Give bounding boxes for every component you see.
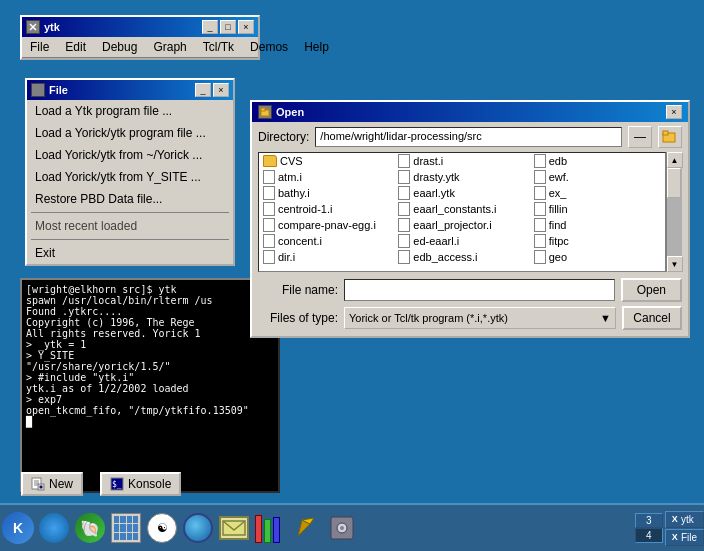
- new-icon: [31, 477, 45, 491]
- taskbar-grid-icon[interactable]: [108, 510, 144, 546]
- file-item-eaarl-const[interactable]: eaarl_constants.i: [394, 201, 529, 217]
- ytk-close-btn[interactable]: ×: [238, 20, 254, 34]
- taskbar-email-icon[interactable]: [216, 510, 252, 546]
- file-item-ed-eaarl[interactable]: ed-eaarl.i: [394, 233, 529, 249]
- ytk-minimize-btn[interactable]: _: [202, 20, 218, 34]
- new-button[interactable]: New: [21, 472, 83, 496]
- filetype-select[interactable]: Yorick or Tcl/tk program (*.i,*.ytk) ▼: [344, 307, 616, 329]
- desktop-3-btn[interactable]: 3: [635, 513, 663, 528]
- menu-help[interactable]: Help: [300, 39, 333, 55]
- menu-edit[interactable]: Edit: [61, 39, 90, 55]
- terminal-window: [wright@elkhorn src]$ ytk spawn /usr/loc…: [20, 278, 280, 493]
- file-item-dir[interactable]: dir.i: [259, 249, 394, 265]
- filetype-row: Files of type: Yorick or Tcl/tk program …: [258, 306, 682, 330]
- file-menu-sep2: [31, 239, 229, 240]
- taskbar-life-icon[interactable]: ☯: [144, 510, 180, 546]
- filetype-label: Files of type:: [258, 311, 338, 325]
- scroll-down-btn[interactable]: ▼: [667, 256, 683, 272]
- desktop-4-btn[interactable]: 4: [635, 528, 663, 543]
- open-dialog-close[interactable]: ×: [666, 105, 682, 119]
- ytk-maximize-btn[interactable]: □: [220, 20, 236, 34]
- open-dialog-titlebar: Open ×: [252, 102, 688, 122]
- doc-icon: [263, 218, 275, 232]
- scroll-up-btn[interactable]: ▲: [667, 152, 683, 168]
- file-item-centroid[interactable]: centroid-1.i: [259, 201, 394, 217]
- file-list-scrollbar[interactable]: ▲ ▼: [666, 152, 682, 272]
- books-icon: [255, 513, 285, 543]
- file-recent-label: Most recent loaded: [27, 215, 233, 237]
- taskbar-books-icon[interactable]: [252, 510, 288, 546]
- terminal-content: [wright@elkhorn src]$ ytk spawn /usr/loc…: [22, 280, 278, 483]
- file-item-geo[interactable]: geo: [530, 249, 665, 265]
- taskbar-ytk-btn[interactable]: X ytk: [665, 511, 704, 528]
- file-item-find[interactable]: find: [530, 217, 665, 233]
- menu-demos[interactable]: Demos: [246, 39, 292, 55]
- file-exit[interactable]: Exit: [27, 242, 233, 264]
- menu-file[interactable]: File: [26, 39, 53, 55]
- doc-icon: [534, 186, 546, 200]
- file-item-eaarl-proj[interactable]: eaarl_projector.i: [394, 217, 529, 233]
- menu-debug[interactable]: Debug: [98, 39, 141, 55]
- file-dropdown-minimize[interactable]: _: [195, 83, 211, 97]
- directory-path[interactable]: /home/wright/lidar-processing/src: [315, 127, 622, 147]
- taskbar-earth-icon[interactable]: [180, 510, 216, 546]
- ytk-title: ytk: [44, 21, 60, 33]
- taskbar-ytk-label: ytk: [681, 514, 694, 525]
- menu-graph[interactable]: Graph: [149, 39, 190, 55]
- file-item-drasty[interactable]: drasty.ytk: [394, 169, 529, 185]
- file-item-edb-access[interactable]: edb_access.i: [394, 249, 529, 265]
- file-item-eaarl-ytk[interactable]: eaarl.ytk: [394, 185, 529, 201]
- file-load-from-site[interactable]: Load Yorick/ytk from Y_SITE ...: [27, 166, 233, 188]
- konsole-button[interactable]: $_ Konsole: [100, 472, 181, 496]
- path-browse-btn[interactable]: [658, 126, 682, 148]
- file-item-drast[interactable]: drast.i: [394, 153, 529, 169]
- doc-icon: [263, 234, 275, 248]
- file-item-cvs[interactable]: CVS: [259, 153, 394, 169]
- file-load-ytk[interactable]: Load a Ytk program file ...: [27, 100, 233, 122]
- filename-input[interactable]: [344, 279, 615, 301]
- svg-text:$_: $_: [112, 480, 122, 489]
- doc-icon: [398, 234, 410, 248]
- file-restore-pbd[interactable]: Restore PBD Data file...: [27, 188, 233, 210]
- open-button[interactable]: Open: [621, 278, 682, 302]
- file-dropdown-close[interactable]: ×: [213, 83, 229, 97]
- path-up-btn[interactable]: —: [628, 126, 652, 148]
- file-item-fillin[interactable]: fillin: [530, 201, 665, 217]
- globe-icon: [39, 513, 69, 543]
- file-item-ewf[interactable]: ewf.: [530, 169, 665, 185]
- kde-start-button[interactable]: K: [0, 510, 36, 546]
- doc-icon: [263, 250, 275, 264]
- file-item-compare[interactable]: compare-pnav-egg.i: [259, 217, 394, 233]
- cancel-button[interactable]: Cancel: [622, 306, 682, 330]
- filename-row: File name: Open: [258, 278, 682, 302]
- scroll-thumb[interactable]: [667, 168, 681, 198]
- menu-tcltk[interactable]: Tcl/Tk: [199, 39, 238, 55]
- taskbar-globe-icon[interactable]: [36, 510, 72, 546]
- taskbar-right-area: 3 4 X ytk X File: [635, 511, 704, 546]
- file-load-yorick-ytk[interactable]: Load a Yorick/ytk program file ...: [27, 122, 233, 144]
- doc-icon: [534, 234, 546, 248]
- file-item-atm[interactable]: atm.i: [259, 169, 394, 185]
- taskbar-shell-icon[interactable]: 🐚: [72, 510, 108, 546]
- earth-icon: [183, 513, 213, 543]
- dialog-toolbar: Directory: /home/wright/lidar-processing…: [252, 122, 688, 152]
- file-item-edb[interactable]: edb: [530, 153, 665, 169]
- file-dropdown-title: File: [49, 84, 68, 96]
- file-menu-items: Load a Ytk program file ... Load a Yoric…: [27, 100, 233, 264]
- taskbar-pen-icon[interactable]: [288, 510, 324, 546]
- file-item-fitpc[interactable]: fitpc: [530, 233, 665, 249]
- file-list-wrapper: CVS drast.i edb atm.i drasty.ytk ewf.: [258, 152, 682, 272]
- doc-icon: [263, 202, 275, 216]
- taskbar-disk-icon[interactable]: [324, 510, 360, 546]
- disk-icon: [327, 513, 357, 543]
- file-item-ex[interactable]: ex_: [530, 185, 665, 201]
- file-item-concent[interactable]: concent.i: [259, 233, 394, 249]
- doc-icon: [534, 250, 546, 264]
- filetype-value: Yorick or Tcl/tk program (*.i,*.ytk): [349, 312, 508, 324]
- file-item-bathy[interactable]: bathy.i: [259, 185, 394, 201]
- taskbar-file-btn[interactable]: X File: [665, 529, 704, 546]
- ytk-window-icon: [26, 20, 40, 34]
- file-load-from-home[interactable]: Load Yorick/ytk from ~/Yorick ...: [27, 144, 233, 166]
- doc-icon: [534, 154, 546, 168]
- life-icon: ☯: [147, 513, 177, 543]
